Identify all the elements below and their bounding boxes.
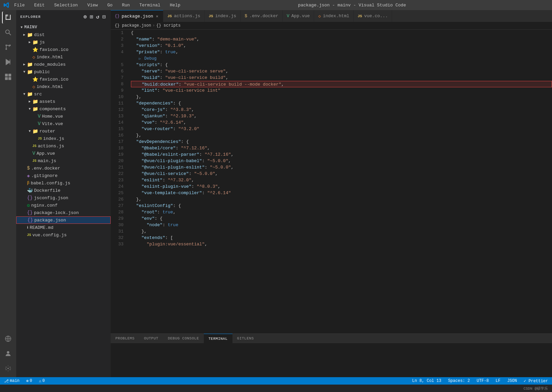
- new-folder-icon[interactable]: ⊞: [89, 13, 94, 21]
- breadcrumb-section[interactable]: {} scripts: [156, 23, 181, 28]
- tree-item-node-modules[interactable]: ▶ 📁 node_modules: [16, 61, 111, 68]
- activity-run[interactable]: [2, 56, 14, 68]
- tree-item-assets[interactable]: ▶ 📁 assets: [16, 98, 111, 105]
- status-encoding[interactable]: UTF-8: [475, 379, 490, 383]
- tree-item-dist[interactable]: ▶ 📁 dist: [16, 31, 111, 38]
- collapse-icon[interactable]: ⊟: [102, 13, 107, 21]
- line-number: 13: [112, 113, 123, 119]
- tree-item-index-html-dist[interactable]: ◇ index.html: [16, 53, 111, 61]
- status-eol[interactable]: LF: [494, 379, 502, 383]
- tab-index-html[interactable]: ◇ index.html: [314, 10, 354, 22]
- activity-remote[interactable]: [2, 333, 14, 345]
- tree-item-components[interactable]: ▼ 📁 components: [16, 105, 111, 113]
- activity-accounts[interactable]: [2, 348, 14, 360]
- tab-close-package-json[interactable]: ✕: [155, 13, 159, 19]
- status-position[interactable]: Ln 8, Col 13: [411, 379, 442, 383]
- status-prettier[interactable]: ✓ Prettier: [522, 379, 549, 384]
- tree-item-package-json[interactable]: {} package.json: [16, 216, 111, 224]
- activity-settings[interactable]: [2, 362, 14, 374]
- code-line: ▷ Debug: [131, 55, 552, 62]
- code-line: "eslintConfig": {: [131, 203, 552, 209]
- tab-icon-env-docker: $: [245, 13, 247, 19]
- status-spaces[interactable]: Spaces: 2: [447, 379, 471, 383]
- svg-rect-13: [8, 74, 11, 77]
- activity-extensions[interactable]: [2, 71, 14, 83]
- tab-package-json[interactable]: {} package.json ✕: [111, 10, 163, 22]
- tree-item-babel-config[interactable]: β babel.config.js: [16, 179, 111, 187]
- code-line: {: [131, 30, 552, 36]
- code-line: },: [131, 94, 552, 100]
- tree-item-js[interactable]: ▶ 📁 js: [16, 38, 111, 46]
- tree-item-favicon-pub[interactable]: ⭐ favicon.ico: [16, 76, 111, 83]
- tab-actions-js[interactable]: JS actions.js: [163, 10, 204, 22]
- tree-item-actions-js[interactable]: JS actions.js: [16, 142, 111, 150]
- tree-item-nginx[interactable]: ⚙ nginx.conf: [16, 202, 111, 209]
- tree-root-mainv[interactable]: ▼ MAINV: [16, 24, 111, 31]
- svg-point-5: [6, 30, 9, 34]
- tree-item-env-docker[interactable]: $ .env.docker: [16, 164, 111, 172]
- line-number: [112, 55, 123, 62]
- menu-view[interactable]: View: [85, 2, 100, 8]
- menu-run[interactable]: Run: [120, 2, 132, 8]
- tree-item-favicon-dist[interactable]: ⭐ favicon.ico: [16, 46, 111, 53]
- menu-bar[interactable]: File Edit Selection View Go Run Terminal…: [12, 2, 183, 8]
- tab-vue-co[interactable]: JS vue.co...: [354, 10, 392, 22]
- tree-item-gitignore[interactable]: ◈ .gitignore: [16, 172, 111, 179]
- code-line: "dependencies": {: [131, 100, 552, 107]
- menu-terminal[interactable]: Terminal: [137, 2, 162, 8]
- tab-index-js[interactable]: JS index.js: [204, 10, 241, 22]
- menu-selection[interactable]: Selection: [52, 2, 80, 8]
- line-number: 21: [112, 164, 123, 171]
- status-branch[interactable]: ⎇ main: [3, 379, 21, 384]
- tree-item-router[interactable]: ▼ 📁 router: [16, 127, 111, 135]
- panel-tab-problems[interactable]: PROBLEMS: [111, 334, 139, 343]
- tree-item-index-js-router[interactable]: JS index.js: [16, 135, 111, 142]
- sidebar: EXPLORER ⊕ ⊞ ↺ ⊟ ▼ MAINV ▶ 📁 dist ▶: [16, 10, 111, 377]
- tab-env-docker[interactable]: $ .env.docker: [241, 10, 283, 22]
- code-line: "plugin:vue/essential",: [131, 241, 552, 247]
- line-number: 19: [112, 151, 123, 158]
- panel-tab-terminal[interactable]: TERMINAL: [204, 334, 232, 343]
- menu-help[interactable]: Help: [168, 2, 182, 8]
- tree-item-index-html-pub[interactable]: ◇ index.html: [16, 83, 111, 90]
- line-number: 32: [112, 235, 123, 241]
- refresh-icon[interactable]: ↺: [95, 13, 101, 21]
- status-language[interactable]: JSON: [506, 379, 518, 383]
- eol-text: LF: [496, 379, 500, 383]
- tab-icon-actions-js: JS: [167, 14, 172, 18]
- sidebar-actions[interactable]: ⊕ ⊞ ↺ ⊟: [83, 13, 107, 21]
- tree-item-app-vue[interactable]: V App.vue: [16, 150, 111, 157]
- code-editor[interactable]: { "name": "demo-main-vue", "version": "0…: [128, 30, 552, 333]
- line-number: 11: [112, 100, 123, 107]
- breadcrumb-file[interactable]: {} package.json: [115, 23, 151, 28]
- tree-item-main-js[interactable]: JS main.js: [16, 157, 111, 164]
- activity-explorer[interactable]: [2, 11, 14, 24]
- tree-item-jsconfig[interactable]: {} jsconfig.json: [16, 194, 111, 202]
- tree-item-package-lock[interactable]: {} package-lock.json: [16, 209, 111, 216]
- panel-tab-gitlens[interactable]: GITLENS: [232, 334, 259, 343]
- line-number: 18: [112, 145, 123, 151]
- status-errors[interactable]: ⊗ 0: [25, 379, 33, 384]
- tree-item-vite-vue[interactable]: V Vite.vue: [16, 120, 111, 127]
- language-text: JSON: [507, 379, 517, 383]
- status-warnings[interactable]: ⚠ 0: [37, 379, 46, 384]
- line-number: 31: [112, 228, 123, 235]
- tree-item-src[interactable]: ▼ 📁 src: [16, 90, 111, 98]
- tree-item-home-vue[interactable]: V Home.vue: [16, 113, 111, 120]
- tree-item-readme[interactable]: ℹ README.md: [16, 224, 111, 231]
- new-file-icon[interactable]: ⊕: [83, 13, 88, 21]
- tree-item-dockerfile[interactable]: 🐳 Dockerfile: [16, 187, 111, 194]
- activity-search[interactable]: [2, 26, 14, 38]
- csdn-bar: CSDN @硕学乐: [0, 385, 552, 392]
- menu-go[interactable]: Go: [105, 2, 115, 8]
- menu-edit[interactable]: Edit: [32, 2, 47, 8]
- activity-source-control[interactable]: [2, 41, 14, 53]
- tab-label-index-html: index.html: [323, 13, 349, 19]
- panel-tab-debug-console[interactable]: DEBUG CONSOLE: [163, 334, 203, 343]
- tree-item-public[interactable]: ▼ 📁 public: [16, 68, 111, 76]
- tab-label-env-docker: .env.docker: [249, 13, 278, 19]
- tab-app-vue[interactable]: V App.vue: [283, 10, 314, 22]
- panel-tab-output[interactable]: OUTPUT: [139, 334, 163, 343]
- menu-file[interactable]: File: [12, 2, 27, 8]
- tree-item-vue-config[interactable]: JS vue.config.js: [16, 231, 111, 239]
